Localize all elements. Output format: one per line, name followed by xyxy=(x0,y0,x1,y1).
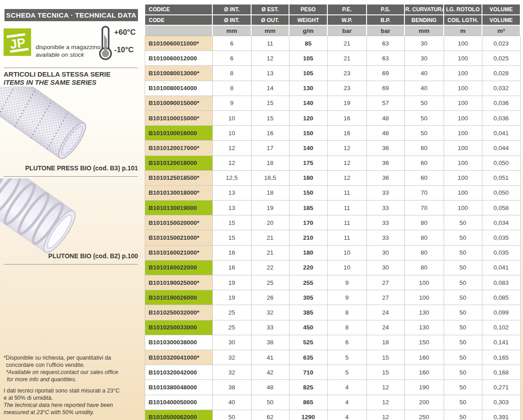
cell-coil-length: 100 xyxy=(444,155,482,170)
cell-burst-pressure: 36 xyxy=(367,155,404,170)
footnote-line: *Disponibile su richiesta, per quantitat… xyxy=(4,354,143,361)
stock-line-en: available on stock xyxy=(36,51,101,59)
cell-burst-pressure: 24 xyxy=(367,305,404,320)
cell-diam-est: 32 xyxy=(251,305,289,320)
cell-diam-int: 10 xyxy=(212,110,251,125)
cell-weight: 105 xyxy=(289,51,327,66)
cell-diam-est: 62 xyxy=(251,410,289,420)
divider xyxy=(4,264,138,265)
col-header: W.P. xyxy=(327,15,367,25)
cell-diam-int: 15 xyxy=(212,215,251,230)
table-row: B1010090015000* 9 15 140 19 57 50 100 0,… xyxy=(145,96,520,110)
cell-working-pressure: 5 xyxy=(327,365,367,380)
table-row: B1010080014000 8 14 130 23 69 40 100 0,0… xyxy=(145,81,520,96)
cell-bending-radius: 190 xyxy=(404,380,444,395)
cell-volume: 0,034 xyxy=(482,215,520,230)
table-row: B1010120018000 12 18 175 12 36 60 100 0,… xyxy=(145,155,520,170)
cell-diam-int: 15 xyxy=(212,230,251,245)
cell-code: B1010380048000 xyxy=(145,380,212,395)
table-row: B1010150020000* 15 20 170 11 33 80 50 0,… xyxy=(145,215,520,230)
table-row: B1010060011000* 6 11 85 21 63 30 100 0,0… xyxy=(145,36,520,51)
cell-code: B1010190025000* xyxy=(145,275,212,290)
table-row: B1010125018500* 12,5 18,5 180 12 36 60 1… xyxy=(145,170,520,185)
footnote-measurement: I dati tecnici riportati sono stati misu… xyxy=(4,387,143,416)
col-header: R. CURVATURA xyxy=(404,4,444,15)
cell-burst-pressure: 15 xyxy=(367,365,404,380)
col-unit: m³ xyxy=(482,25,520,36)
cell-working-pressure: 8 xyxy=(327,320,367,335)
cell-burst-pressure: 24 xyxy=(367,320,404,335)
cell-volume: 0,035 xyxy=(482,230,520,245)
cell-diam-est: 48 xyxy=(251,380,289,395)
cell-diam-int: 32 xyxy=(212,350,251,365)
cell-code: B1010300038000 xyxy=(145,335,212,350)
cell-weight: 130 xyxy=(289,81,327,96)
cell-burst-pressure: 48 xyxy=(367,126,404,141)
cell-code: B1010400050000 xyxy=(145,395,212,410)
cell-diam-est: 20 xyxy=(251,215,289,230)
cell-burst-pressure: 30 xyxy=(367,260,404,275)
cell-burst-pressure: 33 xyxy=(367,201,404,215)
cell-weight: 305 xyxy=(289,290,327,305)
cell-coil-length: 50 xyxy=(444,365,482,380)
cell-weight: 635 xyxy=(289,350,327,365)
cell-coil-length: 50 xyxy=(444,275,482,290)
cell-burst-pressure: 30 xyxy=(367,245,404,260)
col-header: PESO xyxy=(289,4,327,15)
cell-diam-est: 18,5 xyxy=(251,170,289,185)
cell-burst-pressure: 15 xyxy=(367,350,404,365)
cell-burst-pressure: 69 xyxy=(367,81,404,96)
cell-bending-radius: 60 xyxy=(404,141,444,155)
cell-diam-int: 25 xyxy=(212,320,251,335)
cell-code: B1010320041000* xyxy=(145,350,212,365)
cell-bending-radius: 40 xyxy=(404,81,444,96)
cell-diam-int: 12,5 xyxy=(212,170,251,185)
cell-working-pressure: 11 xyxy=(327,201,367,215)
hose1-caption: PLUTONE PRESS BIO (cod. B3) p.101 xyxy=(0,164,138,172)
table-body: B1010060011000* 6 11 85 21 63 30 100 0,0… xyxy=(145,36,520,420)
header-row-en: CODE Ø INT. Ø OUT. WEIGHT W.P. B.P. BEND… xyxy=(145,15,520,25)
col-header: Ø INT. xyxy=(212,4,251,15)
cell-bending-radius: 100 xyxy=(404,275,444,290)
cell-diam-est: 12 xyxy=(251,51,289,66)
footnote-line: measured at 23°C with 50% umidity. xyxy=(4,409,143,416)
cell-diam-int: 12 xyxy=(212,155,251,170)
cell-diam-est: 33 xyxy=(251,320,289,335)
cell-weight: 180 xyxy=(289,170,327,185)
col-header: BENDING xyxy=(404,15,444,25)
cell-burst-pressure: 27 xyxy=(367,275,404,290)
cell-code: B1010250033000 xyxy=(145,320,212,335)
cell-code: B1010120018000 xyxy=(145,155,212,170)
col-header: LG. ROTOLO xyxy=(444,4,482,15)
footnote-line: for more info and quantities. xyxy=(4,376,143,383)
col-header: Ø EST. xyxy=(251,4,289,15)
cell-burst-pressure: 36 xyxy=(367,170,404,185)
cell-bending-radius: 70 xyxy=(404,201,444,215)
cell-working-pressure: 8 xyxy=(327,305,367,320)
cell-code: B1010130018000* xyxy=(145,185,212,200)
series-heading-it: ARTICOLI DELLA STESSA SERIE xyxy=(4,70,110,78)
cell-code: B1010060012000 xyxy=(145,51,212,66)
cell-volume: 0,168 xyxy=(482,365,520,380)
cell-working-pressure: 10 xyxy=(327,260,367,275)
cell-burst-pressure: 69 xyxy=(367,66,404,81)
cell-volume: 0,041 xyxy=(482,126,520,141)
cell-weight: 220 xyxy=(289,260,327,275)
cell-bending-radius: 100 xyxy=(404,290,444,305)
cell-working-pressure: 11 xyxy=(327,230,367,245)
cell-diam-int: 10 xyxy=(212,126,251,141)
footnotes: *Disponibile su richiesta, per quantitat… xyxy=(4,354,143,420)
cell-diam-est: 19 xyxy=(251,201,289,215)
cell-diam-est: 15 xyxy=(251,110,289,125)
col-header: B.P. xyxy=(367,15,404,25)
cell-code: B1010080013000* xyxy=(145,66,212,81)
cell-diam-est: 17 xyxy=(251,141,289,155)
cell-volume: 0,035 xyxy=(482,245,520,260)
table-row: B1010130018000* 13 18 150 11 33 70 100 0… xyxy=(145,185,520,200)
footnote-line: The technical data here reported have be… xyxy=(4,402,143,409)
cell-working-pressure: 10 xyxy=(327,245,367,260)
cell-bending-radius: 80 xyxy=(404,230,444,245)
cell-coil-length: 50 xyxy=(444,290,482,305)
col-unit: m xyxy=(444,25,482,36)
col-unit: bar xyxy=(367,25,404,36)
